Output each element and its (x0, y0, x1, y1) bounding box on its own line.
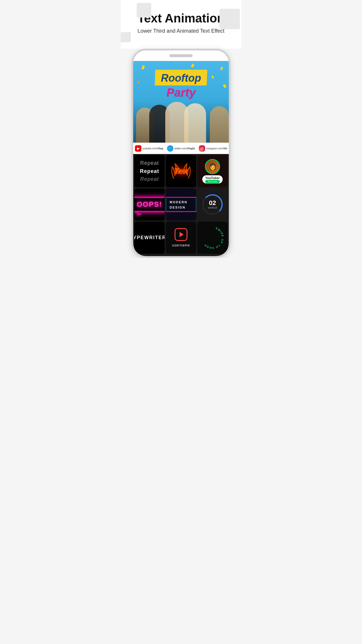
swipe-curved-text: SWIPE UP TO SHOP (203, 227, 224, 249)
swipe-up-cell[interactable]: SWIPE UP TO SHOP (197, 222, 228, 254)
grid-row-1: Repeat Repeat Repeat Tex (134, 155, 228, 187)
text-here-label: Text here (205, 180, 220, 183)
phone-notch-area (133, 50, 229, 61)
youtube-bold: VlogStar (157, 147, 163, 150)
phone-frame: Rooftop Party ▶ youtube.com/VlogStar (131, 49, 231, 258)
avatar-ring: 👩 (205, 159, 220, 174)
oops-text: OOPS! (137, 200, 162, 208)
instagram-bold: VlogStar (223, 147, 227, 150)
modern-design-cell[interactable]: MODERN DESIGN (166, 188, 196, 220)
twitter-bold: VlogStar (187, 147, 195, 150)
oops-cell[interactable]: OOPS! (134, 188, 165, 220)
grid-row-2: OOPS! MODERN DESIGN 02 workout (134, 188, 228, 220)
timer-arc (202, 194, 223, 215)
typewriter-text: TYPEWRITER_ (134, 235, 165, 240)
swipe-svg: SWIPE UP TO SHOP (201, 226, 224, 249)
play-triangle (180, 232, 184, 237)
youtuber-badge: YouTuber Text here (202, 175, 223, 183)
username-text: username (172, 243, 190, 247)
repeat-line-2: Repeat (140, 168, 159, 175)
social-bar: ▶ youtube.com/VlogStar 🐦 twitter.com/Vlo… (133, 143, 229, 154)
phone-notch (169, 54, 193, 57)
youtube-social: ▶ youtube.com/VlogStar (133, 143, 165, 154)
youtuber-label: YouTuber (205, 176, 220, 180)
oops-bubble: OOPS! (134, 197, 165, 212)
repeat-line-3: Repeat (140, 176, 159, 183)
decoration-mid-left (121, 32, 131, 42)
youtuber-cell[interactable]: 👩 YouTuber Text here (197, 155, 228, 187)
timer-ring: 02 workout (202, 194, 223, 215)
header-section: Text Animation Lower Third and Animated … (121, 0, 241, 49)
hero-image: Rooftop Party (133, 61, 229, 143)
modern-text: MODERN DESIGN (170, 200, 187, 209)
fire-text-cell[interactable]: Tex (166, 155, 196, 187)
twitter-social: 🐦 twitter.com/VlogStar (165, 143, 197, 154)
confetti-1 (141, 65, 145, 70)
repeat-cell[interactable]: Repeat Repeat Repeat (134, 155, 165, 187)
grid-row-3: TYPEWRITER_ username (134, 222, 228, 254)
youtube-url: youtube.com/VlogStar (143, 147, 163, 150)
decoration-top-right (219, 9, 240, 29)
twitter-url: twitter.com/VlogStar (175, 147, 195, 150)
fire-wings-svg (169, 161, 193, 181)
instagram-url: instagram.com/VlogStar (206, 147, 227, 150)
instagram-icon: ◎ (199, 145, 205, 152)
animation-grid: Repeat Repeat Repeat Tex (133, 154, 229, 256)
modern-badge: MODERN DESIGN (166, 197, 196, 212)
confetti-4 (211, 75, 214, 79)
confetti-3 (191, 64, 194, 68)
party-banner: Rooftop Party (155, 70, 207, 99)
username-cell[interactable]: username (166, 222, 196, 254)
swipe-circle: SWIPE UP TO SHOP (201, 226, 224, 249)
twitter-icon: 🐦 (167, 145, 173, 152)
people-area (133, 96, 229, 143)
workout-timer-cell[interactable]: 02 workout (197, 188, 228, 220)
confetti-6 (137, 81, 140, 84)
typewriter-cell[interactable]: TYPEWRITER_ (134, 222, 165, 254)
repeat-line-1: Repeat (140, 160, 159, 167)
play-button-icon (175, 228, 187, 241)
confetti-5 (220, 67, 223, 70)
rooftop-text: Rooftop (161, 72, 201, 84)
page-subtitle: Lower Third and Animated Text Effect (126, 28, 236, 34)
phone-mockup: Rooftop Party ▶ youtube.com/VlogStar (121, 49, 241, 258)
decoration-top-left (137, 3, 151, 18)
rooftop-bg: Rooftop (155, 70, 207, 85)
youtube-icon: ▶ (135, 145, 141, 152)
confetti-7 (223, 84, 227, 88)
instagram-social: ◎ instagram.com/VlogStar (197, 143, 229, 154)
